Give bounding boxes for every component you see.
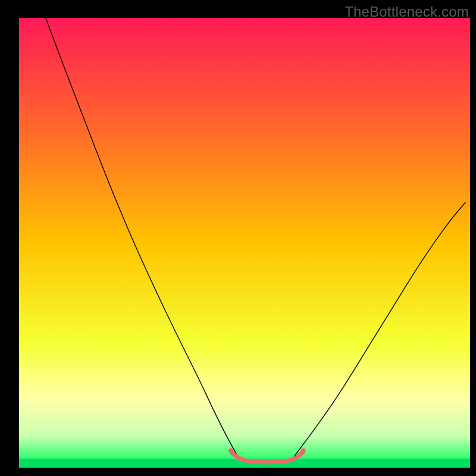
trough-dot-left [228,448,233,453]
trough-dot-right [301,448,306,453]
gradient-background [19,18,470,468]
chart-container: TheBottleneck.com [0,0,476,476]
watermark-label: TheBottleneck.com [345,4,469,20]
bottleneck-chart [0,0,476,476]
